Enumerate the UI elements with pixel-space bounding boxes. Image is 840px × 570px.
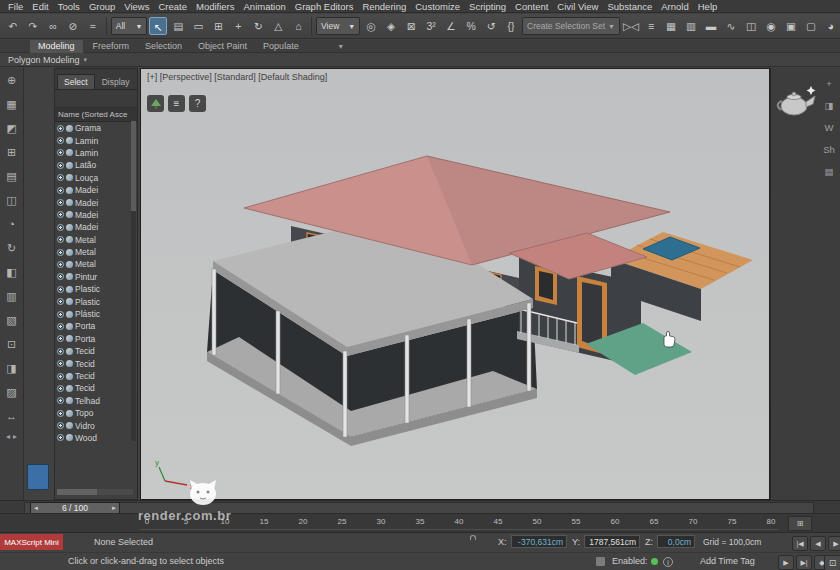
select-and-link-icon[interactable]: ∞ [44,17,62,35]
side-tool-icon[interactable]: ▤ [0,164,23,188]
visibility-eye-icon[interactable] [57,137,64,144]
align-icon[interactable]: ≡ [642,17,660,35]
select-object-icon[interactable]: ↖ [149,17,167,35]
time-slider[interactable]: ◄ 6 / 100 ► [0,500,840,513]
menu-item[interactable]: Tools [58,1,80,12]
object-row[interactable]: Latão [55,159,137,171]
toggle-ribbon-icon[interactable]: ▬ [702,17,720,35]
mirror-icon[interactable]: ▷◁ [622,17,640,35]
selection-filter-dropdown[interactable]: All▼ [111,17,148,35]
panel-icon[interactable]: ▤ [825,166,834,177]
select-and-move-icon[interactable]: + [229,17,247,35]
object-row[interactable]: Vidro [55,419,137,431]
select-by-name-icon[interactable]: ▤ [169,17,187,35]
object-row[interactable]: Tecid [55,357,137,369]
explorer-tab-display[interactable]: Display [96,75,136,89]
unlink-selection-icon[interactable]: ⊘ [64,17,82,35]
object-row[interactable]: Madei [55,184,137,196]
frame-back-arrow-icon[interactable]: ◄ [33,505,39,511]
keyboard-override-icon[interactable]: ⊠ [402,17,420,35]
menu-item[interactable]: Animation [244,1,286,12]
select-and-rotate-icon[interactable]: ↻ [249,17,267,35]
menu-item[interactable]: Views [124,1,149,12]
ribbon-tab-modeling[interactable]: Modeling [30,40,83,53]
menu-item[interactable]: Rendering [362,1,406,12]
play-button[interactable]: ▶ [778,555,794,570]
menu-item[interactable]: Create [158,1,187,12]
z-coordinate-field[interactable]: 0,0cm [657,535,695,548]
track-bar[interactable]: 05101520253035404550556065707580 ⊞ [0,513,840,532]
side-tool-icon[interactable]: ⊞ [0,140,23,164]
side-tool-icon[interactable]: ▥ [0,284,23,308]
walkthrough-tree-icon[interactable] [147,95,164,112]
object-row[interactable]: Porta [55,320,137,332]
object-row[interactable]: Lamin [55,147,137,159]
menu-item[interactable]: Graph Editors [295,1,354,12]
visibility-eye-icon[interactable] [57,298,64,305]
object-row[interactable]: Tecid [55,345,137,357]
explorer-column-header[interactable]: Name (Sorted Asce [55,108,137,122]
object-row[interactable]: Metal [55,258,137,270]
add-panel-icon[interactable]: + [826,78,832,89]
object-row[interactable]: Plastic [55,283,137,295]
toggle-layer-explorer-icon[interactable]: ▥ [682,17,700,35]
menu-item[interactable]: Arnold [661,1,688,12]
menu-item[interactable]: Group [89,1,115,12]
menu-item[interactable]: File [8,1,23,12]
window-crossing-icon[interactable]: ⊞ [209,17,227,35]
side-tool-icon[interactable]: ◨ [0,356,23,380]
visibility-eye-icon[interactable] [57,162,64,169]
object-row[interactable]: Metal [55,234,137,246]
spinner-snap-icon[interactable]: ↺ [482,17,500,35]
open-mini-curve-editor-button[interactable]: ⊞ [788,516,812,531]
visibility-eye-icon[interactable] [57,236,64,243]
menu-item[interactable]: Substance [607,1,652,12]
visibility-eye-icon[interactable] [57,286,64,293]
scroll-right-icon[interactable]: ▸ [13,432,17,441]
visibility-eye-icon[interactable] [57,273,64,280]
render-production-icon[interactable]: ◕ [822,17,840,35]
scene-list-icon[interactable]: ≡ [168,95,185,112]
select-and-manipulate-icon[interactable]: ◈ [382,17,400,35]
maximize-viewport-toggle-button[interactable]: ⊡ [824,555,840,570]
visibility-eye-icon[interactable] [57,211,64,218]
object-row[interactable]: Tecid [55,382,137,394]
side-tool-icon[interactable]: ▨ [0,380,23,404]
visibility-eye-icon[interactable] [57,373,64,380]
visibility-eye-icon[interactable] [57,335,64,342]
visibility-eye-icon[interactable] [57,261,64,268]
info-icon[interactable]: i [663,557,673,567]
side-tool-icon[interactable]: ↔ [0,404,23,428]
menu-item[interactable]: Modifiers [196,1,235,12]
side-tool-icon[interactable]: ⊡ [0,332,23,356]
go-to-start-button[interactable]: |◀ [792,536,808,551]
add-time-tag[interactable]: Add Time Tag [700,556,755,566]
schematic-view-icon[interactable]: ◫ [742,17,760,35]
percent-snap-icon[interactable]: % [462,17,480,35]
render-setup-icon[interactable]: ▣ [782,17,800,35]
menu-item[interactable]: Content [515,1,548,12]
object-row[interactable]: Porta [55,333,137,345]
visibility-eye-icon[interactable] [57,397,64,404]
object-row[interactable]: Tecid [55,370,137,382]
named-selection-set-combo[interactable]: Create Selection Set▼ [522,17,620,35]
scroll-left-icon[interactable]: ◂ [6,432,10,441]
visibility-eye-icon[interactable] [57,224,64,231]
visibility-eye-icon[interactable] [57,125,64,132]
visibility-eye-icon[interactable] [57,249,64,256]
side-tool-icon[interactable]: ↻ [0,236,23,260]
visibility-eye-icon[interactable] [57,434,64,441]
select-and-place-icon[interactable]: ⌂ [289,17,307,35]
side-tool-icon[interactable]: ◔ [0,212,23,236]
object-row[interactable]: Madei [55,221,137,233]
edit-named-selection-sets-icon[interactable]: {} [502,17,520,35]
curve-editor-icon[interactable]: ∿ [722,17,740,35]
use-pivot-point-icon[interactable]: ◎ [362,17,380,35]
y-coordinate-field[interactable]: 1787,561cm [584,535,640,548]
ribbon-collapse-icon[interactable]: ▾ [339,42,343,51]
rectangular-selection-region-icon[interactable]: ▭ [189,17,207,35]
object-row[interactable]: Telhad [55,395,137,407]
select-and-scale-icon[interactable]: △ [269,17,287,35]
previous-frame-button[interactable]: ◀ [810,536,826,551]
x-coordinate-field[interactable]: -370,631cm [511,535,567,548]
